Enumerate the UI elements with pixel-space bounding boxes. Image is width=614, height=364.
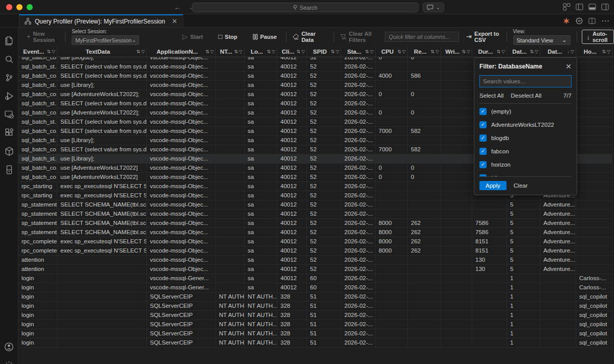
table-cell[interactable]: vscode-mssql-Objec... bbox=[147, 237, 216, 246]
table-cell[interactable]: 5 bbox=[507, 228, 540, 237]
table-row[interactable]: rpc_completedexec sp_executesql N'SELECT… bbox=[18, 237, 614, 246]
sort-icon[interactable]: ⇅ bbox=[497, 49, 501, 54]
table-cell[interactable]: 40012 bbox=[277, 228, 307, 237]
table-cell[interactable]: 5 bbox=[507, 200, 540, 210]
filter-option-blogdb[interactable]: ✓blogdb bbox=[479, 131, 572, 145]
filter-option-empty[interactable]: ✓(empty) bbox=[479, 105, 572, 118]
table-cell[interactable]: rpc_completed bbox=[18, 237, 57, 246]
table-cell[interactable]: 0 bbox=[408, 57, 441, 62]
table-cell[interactable] bbox=[376, 302, 408, 311]
table-cell[interactable]: 328 bbox=[277, 292, 307, 302]
table-cell[interactable]: 40012 bbox=[277, 145, 307, 154]
table-cell[interactable] bbox=[216, 274, 245, 283]
table-cell[interactable]: 5 bbox=[507, 265, 540, 274]
table-cell[interactable]: 40012 bbox=[277, 164, 307, 173]
table-cell[interactable] bbox=[540, 311, 576, 320]
table-cell[interactable] bbox=[216, 228, 245, 237]
table-cell[interactable] bbox=[216, 118, 245, 127]
table-cell[interactable]: 40012 bbox=[277, 108, 307, 118]
table-cell[interactable]: sa bbox=[245, 274, 277, 283]
start-button[interactable]: ▷ Start bbox=[179, 34, 207, 40]
clear-data-button[interactable]: Clear Data bbox=[289, 31, 332, 43]
filter-option-adventureworkslt2022[interactable]: ✓AdventureWorksLT2022 bbox=[479, 118, 572, 131]
table-cell[interactable]: NT AUTH... bbox=[216, 311, 245, 320]
table-cell[interactable]: 2026-02-... bbox=[341, 90, 376, 99]
table-cell[interactable]: sql_batch_st... bbox=[18, 118, 57, 127]
table-cell[interactable]: rpc_starting bbox=[18, 191, 57, 200]
table-cell[interactable] bbox=[540, 274, 576, 283]
table-cell[interactable]: sa bbox=[245, 164, 277, 173]
table-cell[interactable] bbox=[576, 265, 612, 274]
table-cell[interactable]: vscode-mssql-Objec... bbox=[147, 57, 216, 62]
table-cell[interactable] bbox=[540, 302, 576, 311]
table-cell[interactable] bbox=[216, 81, 245, 90]
column-header-dat[interactable]: Dat...↓▽ bbox=[540, 46, 576, 57]
explorer-icon[interactable] bbox=[0, 32, 18, 50]
table-cell[interactable]: sa bbox=[245, 72, 277, 81]
table-cell[interactable] bbox=[441, 164, 472, 173]
table-cell[interactable]: 328 bbox=[277, 338, 307, 348]
sort-icon[interactable]: ⇅ bbox=[137, 49, 141, 54]
table-cell[interactable]: 52 bbox=[307, 219, 341, 228]
table-cell[interactable]: 2026-02-... bbox=[341, 265, 376, 274]
table-cell[interactable] bbox=[408, 320, 441, 329]
table-cell[interactable]: Adventure... bbox=[540, 265, 576, 274]
table-cell[interactable] bbox=[441, 329, 472, 338]
filter-funnel-icon[interactable]: ▽ bbox=[370, 49, 374, 54]
table-cell[interactable]: sp_statement... bbox=[18, 210, 57, 219]
table-cell[interactable]: 7000 bbox=[376, 145, 408, 154]
table-cell[interactable]: SELECT SCHEMA_NAME(tbl.sch... bbox=[57, 210, 147, 219]
table-cell[interactable] bbox=[441, 338, 472, 348]
table-cell[interactable] bbox=[441, 182, 472, 191]
table-cell[interactable]: 7586 bbox=[472, 219, 507, 228]
filter-option-horizon[interactable]: ✓horizon bbox=[479, 158, 572, 171]
table-cell[interactable] bbox=[57, 292, 147, 302]
table-cell[interactable]: 2026-02-... bbox=[341, 136, 376, 145]
table-cell[interactable]: sql_copilot bbox=[576, 320, 612, 329]
apply-button[interactable]: Apply bbox=[479, 181, 507, 190]
table-cell[interactable]: 2026-02-... bbox=[341, 182, 376, 191]
checkbox-checked-icon[interactable]: ✓ bbox=[479, 134, 487, 142]
quick-filter-input[interactable]: Quick filter all columns... bbox=[385, 32, 459, 42]
table-cell[interactable]: sql_copilot bbox=[576, 338, 612, 348]
table-cell[interactable] bbox=[376, 81, 408, 90]
table-cell[interactable]: 40012 bbox=[277, 265, 307, 274]
toggle-secondary-sidebar-icon[interactable] bbox=[601, 3, 609, 11]
table-cell[interactable]: use [AdventureWorksLT2022]; bbox=[57, 108, 147, 118]
table-cell[interactable] bbox=[441, 311, 472, 320]
table-cell[interactable]: NT AUTH... bbox=[245, 302, 277, 311]
table-cell[interactable] bbox=[376, 256, 408, 265]
table-cell[interactable]: 328 bbox=[277, 329, 307, 338]
filter-option-library[interactable]: ✓Library bbox=[479, 171, 572, 176]
table-cell[interactable]: vscode-mssql-Objec... bbox=[147, 127, 216, 136]
run-debug-icon[interactable] bbox=[0, 87, 18, 105]
table-cell[interactable]: vscode-mssql-Objec... bbox=[147, 145, 216, 154]
table-cell[interactable] bbox=[408, 329, 441, 338]
table-cell[interactable] bbox=[408, 154, 441, 164]
table-row[interactable]: loginSQLServerCEIPNT AUTH...NT AUTH...32… bbox=[18, 329, 614, 338]
table-cell[interactable]: 40012 bbox=[277, 173, 307, 182]
table-cell[interactable] bbox=[472, 210, 507, 219]
table-cell[interactable]: Adventure... bbox=[540, 219, 576, 228]
table-cell[interactable]: sa bbox=[245, 265, 277, 274]
search-sidebar-icon[interactable] bbox=[0, 50, 18, 69]
table-cell[interactable] bbox=[408, 265, 441, 274]
table-cell[interactable]: vscode-mssql-Objec... bbox=[147, 99, 216, 108]
table-cell[interactable] bbox=[576, 108, 612, 118]
table-cell[interactable]: 52 bbox=[307, 200, 341, 210]
table-cell[interactable]: 582 bbox=[408, 145, 441, 154]
table-cell[interactable]: vscode-mssql-Objec... bbox=[147, 90, 216, 99]
table-cell[interactable]: vscode-mssql-Objec... bbox=[147, 81, 216, 90]
table-cell[interactable]: use [Library]; bbox=[57, 136, 147, 145]
table-cell[interactable] bbox=[57, 274, 147, 283]
table-cell[interactable] bbox=[216, 136, 245, 145]
filter-funnel-icon[interactable]: ▽ bbox=[210, 49, 214, 54]
table-cell[interactable]: 5 bbox=[507, 219, 540, 228]
filter-funnel-icon[interactable]: ▽ bbox=[571, 49, 574, 54]
table-cell[interactable]: sp_statement... bbox=[18, 200, 57, 210]
table-cell[interactable]: sql_batch_co... bbox=[18, 57, 57, 62]
column-header-dur[interactable]: Dur...⇅▽ bbox=[472, 46, 507, 57]
table-cell[interactable]: 52 bbox=[307, 191, 341, 200]
table-cell[interactable] bbox=[472, 302, 507, 311]
table-cell[interactable] bbox=[376, 182, 408, 191]
